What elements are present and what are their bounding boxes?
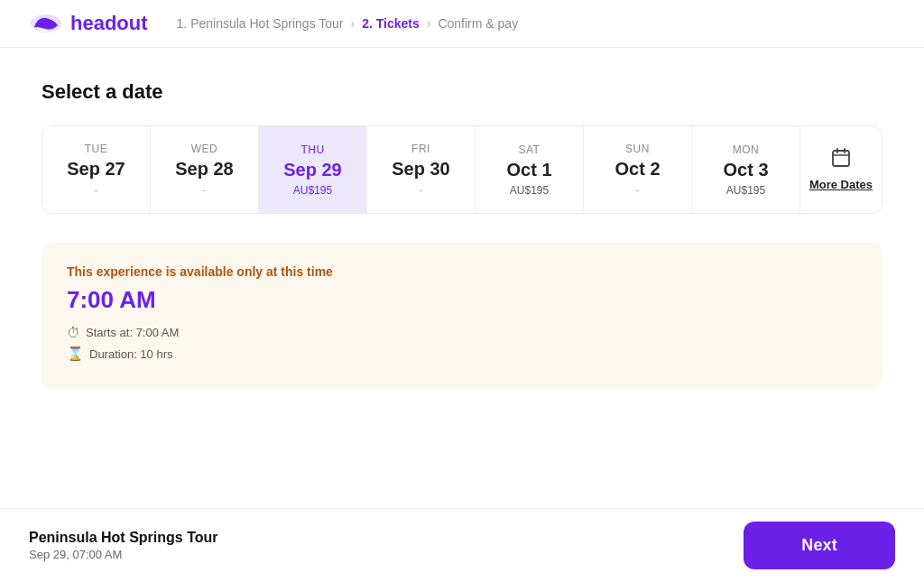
date-day-4: SAT xyxy=(519,143,541,156)
date-cell-1[interactable]: WED Sep 28 - xyxy=(151,126,259,213)
logo-icon xyxy=(29,11,63,36)
clock-icon: ⏱ xyxy=(67,325,80,340)
date-date-1: Sep 28 xyxy=(175,159,233,180)
calendar-icon xyxy=(830,147,852,174)
date-date-4: Oct 1 xyxy=(506,160,551,180)
section-title: Select a date xyxy=(42,80,882,104)
date-date-2: Sep 29 xyxy=(283,160,341,180)
breadcrumb-sep2: › xyxy=(427,16,431,31)
date-day-2: THU xyxy=(300,143,324,156)
date-day-6: MON xyxy=(733,143,759,156)
date-day-0: TUE xyxy=(85,143,107,155)
duration-icon: ⌛ xyxy=(67,346,84,362)
date-price-3: - xyxy=(419,183,422,197)
date-cell-5[interactable]: SUN Oct 2 - xyxy=(584,126,692,213)
date-price-5: - xyxy=(635,183,639,197)
duration-label: Duration: 10 hrs xyxy=(89,347,173,361)
date-day-1: WED xyxy=(191,143,217,155)
logo-text: headout xyxy=(70,12,148,35)
date-date-0: Sep 27 xyxy=(67,159,125,180)
date-date-6: Oct 3 xyxy=(723,160,768,180)
time-main: 7:00 AM xyxy=(67,286,857,314)
date-day-3: FRI xyxy=(411,143,430,155)
time-box-title: This experience is available only at thi… xyxy=(67,264,857,279)
date-price-1: - xyxy=(202,183,206,197)
main-content: Select a date TUE Sep 27 - WED Sep 28 - … xyxy=(20,48,904,515)
date-cell-0[interactable]: TUE Sep 27 - xyxy=(42,126,151,213)
date-selector: TUE Sep 27 - WED Sep 28 - THU Sep 29 AU$… xyxy=(42,125,882,214)
time-box: This experience is available only at thi… xyxy=(42,243,882,389)
time-duration: ⌛ Duration: 10 hrs xyxy=(67,346,857,362)
footer-bar: Peninsula Hot Springs Tour Sep 29, 07:00… xyxy=(0,508,924,515)
more-dates-label: More Dates xyxy=(809,178,873,193)
date-cell-2[interactable]: THU Sep 29 AU$195 xyxy=(259,126,367,213)
date-day-5: SUN xyxy=(625,143,650,155)
date-cell-6[interactable]: MON Oct 3 AU$195 xyxy=(692,126,800,213)
header: headout 1. Peninsula Hot Springs Tour › … xyxy=(0,0,924,48)
breadcrumb-sep1: › xyxy=(351,16,356,31)
date-price-4: AU$195 xyxy=(510,184,549,197)
time-starts: ⏱ Starts at: 7:00 AM xyxy=(67,325,857,340)
starts-label: Starts at: 7:00 AM xyxy=(86,326,179,339)
date-cell-3[interactable]: FRI Sep 30 - xyxy=(367,126,476,213)
date-date-5: Oct 2 xyxy=(614,159,660,180)
date-price-0: - xyxy=(94,183,97,197)
breadcrumb: 1. Peninsula Hot Springs Tour › 2. Ticke… xyxy=(177,16,519,31)
logo[interactable]: headout xyxy=(29,11,148,36)
more-dates-cell[interactable]: More Dates xyxy=(800,126,882,213)
date-price-2: AU$195 xyxy=(293,184,332,197)
svg-rect-1 xyxy=(833,151,849,166)
date-cell-4[interactable]: SAT Oct 1 AU$195 xyxy=(476,126,584,213)
breadcrumb-step3[interactable]: Confirm & pay xyxy=(438,16,518,31)
breadcrumb-step2[interactable]: 2. Tickets xyxy=(362,16,420,31)
date-date-3: Sep 30 xyxy=(392,159,449,180)
breadcrumb-step1[interactable]: 1. Peninsula Hot Springs Tour xyxy=(177,16,344,31)
date-price-6: AU$195 xyxy=(726,184,765,197)
